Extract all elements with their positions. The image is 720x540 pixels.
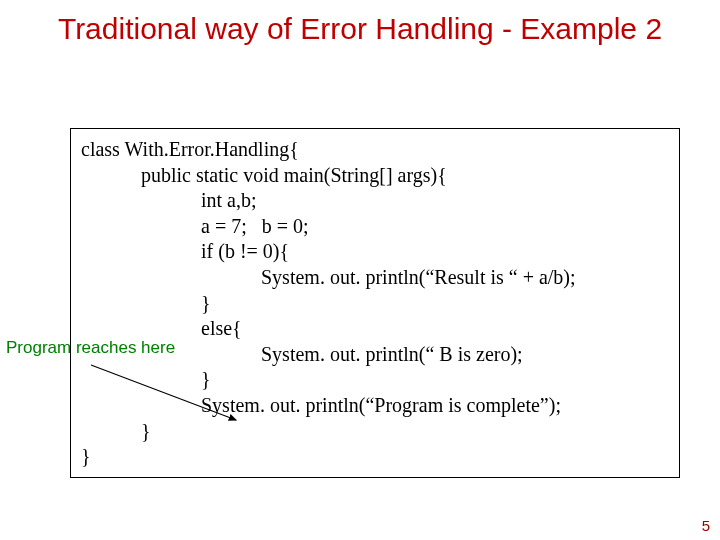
code-line: a = 7; b = 0; <box>81 215 309 237</box>
code-line: } <box>81 420 151 442</box>
code-line: if (b != 0){ <box>81 240 289 262</box>
code-line: System. out. println(“Program is complet… <box>81 394 561 416</box>
code-line: } <box>81 445 91 467</box>
code-line: int a,b; <box>81 189 257 211</box>
code-container: class With.Error.Handling{ public static… <box>70 128 680 478</box>
slide-title: Traditional way of Error Handling - Exam… <box>0 0 720 54</box>
code-line: class With.Error.Handling{ <box>81 138 299 160</box>
code-line: System. out. println(“Result is “ + a/b)… <box>81 266 576 288</box>
code-line: public static void main(String[] args){ <box>81 164 447 186</box>
code-line: else{ <box>81 317 242 339</box>
code-block: class With.Error.Handling{ public static… <box>81 137 669 470</box>
code-line: } <box>81 292 211 314</box>
page-number: 5 <box>702 517 710 534</box>
annotation-label: Program reaches here <box>6 338 175 358</box>
code-line: } <box>81 368 211 390</box>
